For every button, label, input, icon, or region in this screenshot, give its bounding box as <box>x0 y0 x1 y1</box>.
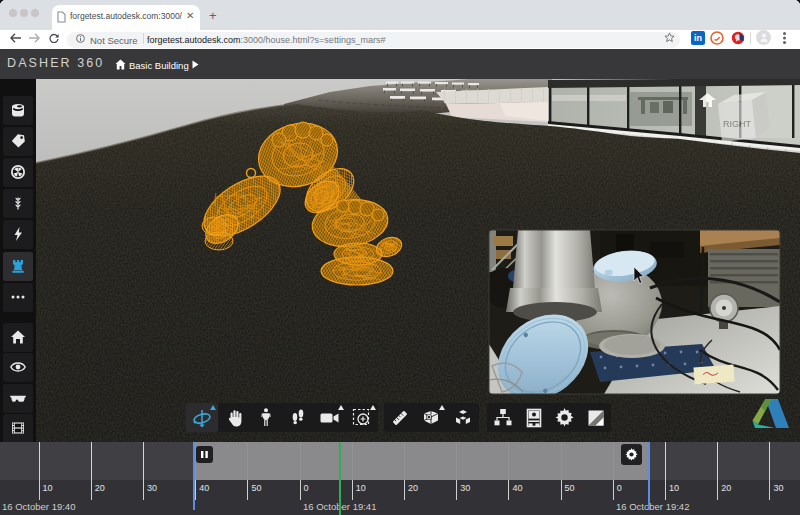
svg-text:RIGHT: RIGHT <box>723 119 752 129</box>
